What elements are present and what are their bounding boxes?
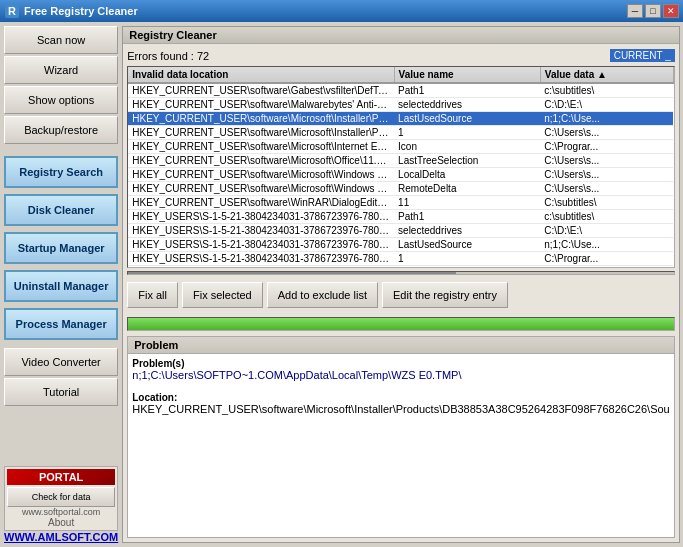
table-row[interactable]: HKEY_CURRENT_USER\software\Malwarebytes'… [128,98,673,112]
minimize-button[interactable]: ─ [627,4,643,18]
problem-panel: Problem Problem(s) n;1;C:\Users\SOFTPO~1… [127,336,674,538]
cell-value-name: Path1 [394,210,540,224]
registry-search-button[interactable]: Registry Search [4,156,118,188]
table-row[interactable]: HKEY_CURRENT_USER\software\WinRAR\Dialog… [128,196,673,210]
cell-value-data: c:\subtitles\ [540,83,673,98]
edit-registry-button[interactable]: Edit the registry entry [382,282,508,308]
cell-value-data: C:\Users\s... [540,182,673,196]
table-row[interactable]: HKEY_CURRENT_USER\software\Microsoft\Int… [128,140,673,154]
current-bar-label: CURRENT _ [610,49,675,62]
cell-value-name: LastTreeSelection [394,154,540,168]
portal-logo: PORTAL [7,469,115,485]
app-icon: R [4,3,20,19]
app-title: Free Registry Cleaner [24,5,627,17]
check-for-data-button[interactable]: Check for data [7,487,115,507]
table-row[interactable]: HKEY_CURRENT_USER\software\Gabest\vsfilt… [128,83,673,98]
cell-value-data: n;1;C:\Use... [540,238,673,252]
cell-location: HKEY_USERS\S-1-5-21-3804234031-378672397… [128,252,394,266]
registry-cleaner-body: Errors found : 72 CURRENT _ Invalid data… [123,44,678,542]
cell-value-name: selecteddrives [394,224,540,238]
table-row[interactable]: HKEY_USERS\S-1-5-21-3804234031-378672397… [128,252,673,266]
cell-value-data: C:\Prograr... [540,252,673,266]
cell-value-name: Icon [394,266,540,269]
show-options-button[interactable]: Show options [4,86,118,114]
cell-value-data: C:\Prograr... [540,266,673,269]
registry-table: Invalid data location Value name Value d… [128,67,673,268]
cell-value-data: C:\Users\s... [540,154,673,168]
startup-manager-button[interactable]: Startup Manager [4,232,118,264]
errors-found-label: Errors found : 72 [127,50,209,62]
cell-value-data: c:\subtitles\ [540,210,673,224]
table-row[interactable]: HKEY_USERS\S-1-5-21-3804234031-378672397… [128,224,673,238]
location-label: Location: [132,392,177,403]
cell-location: HKEY_USERS\S-1-5-21-3804234031-378672397… [128,224,394,238]
fix-selected-button[interactable]: Fix selected [182,282,263,308]
cell-value-data: C:\Prograr... [540,140,673,154]
cell-value-data: C:\Users\s... [540,126,673,140]
amlsoft-section: PORTAL Check for data www.softportal.com… [4,466,118,531]
location-text: HKEY_CURRENT_USER\software\Microsoft\Ins… [132,403,669,415]
problem-title: Problem [128,337,673,354]
about-link[interactable]: About [7,517,115,528]
main-container: Scan now Wizard Show options Backup/rest… [0,22,683,547]
process-manager-button[interactable]: Process Manager [4,308,118,340]
content-area: Registry Cleaner Errors found : 72 CURRE… [122,26,679,543]
progress-bar-container [127,317,674,331]
cell-value-data: C:\subtitles\ [540,196,673,210]
cell-value-data: C:\Users\s... [540,168,673,182]
progress-bar-fill [128,318,673,330]
cell-value-data: C:\D:\E:\ [540,98,673,112]
table-row[interactable]: HKEY_CURRENT_USER\software\Microsoft\Win… [128,168,673,182]
tutorial-button[interactable]: Tutorial [4,378,118,406]
cell-value-data: C:\D:\E:\ [540,224,673,238]
table-row[interactable]: HKEY_USERS\S-1-5-21-3804234031-378672397… [128,266,673,269]
action-buttons: Fix all Fix selected Add to exclude list… [127,278,674,312]
problem-text: n;1;C:\Users\SOFTPO~1.COM\AppData\Local\… [132,369,461,381]
cell-location: HKEY_CURRENT_USER\software\Microsoft\Int… [128,140,394,154]
cell-value-name: Path1 [394,83,540,98]
close-button[interactable]: ✕ [663,4,679,18]
table-row[interactable]: HKEY_USERS\S-1-5-21-3804234031-378672397… [128,238,673,252]
table-row[interactable]: HKEY_CURRENT_USER\software\Microsoft\Win… [128,182,673,196]
wizard-button[interactable]: Wizard [4,56,118,84]
cell-value-name: Icon [394,140,540,154]
backup-restore-button[interactable]: Backup/restore [4,116,118,144]
fix-all-button[interactable]: Fix all [127,282,178,308]
cell-location: HKEY_CURRENT_USER\software\Gabest\vsfilt… [128,83,394,98]
cell-location: HKEY_CURRENT_USER\software\Microsoft\Win… [128,168,394,182]
col-value-data[interactable]: Value data ▲ [540,67,673,83]
cell-value-name: RemoteDelta [394,182,540,196]
registry-cleaner-title: Registry Cleaner [123,27,678,44]
col-value-name[interactable]: Value name [394,67,540,83]
video-converter-button[interactable]: Video Converter [4,348,118,376]
maximize-button[interactable]: □ [645,4,661,18]
cell-location: HKEY_CURRENT_USER\software\Microsoft\Off… [128,154,394,168]
scan-now-button[interactable]: Scan now [4,26,118,54]
cell-location: HKEY_USERS\S-1-5-21-3804234031-378672397… [128,266,394,269]
col-location[interactable]: Invalid data location [128,67,394,83]
table-row[interactable]: HKEY_CURRENT_USER\software\Microsoft\Ins… [128,126,673,140]
cell-value-name: LastUsedSource [394,112,540,126]
uninstall-manager-button[interactable]: Uninstall Manager [4,270,118,302]
registry-table-container[interactable]: Invalid data location Value name Value d… [127,66,674,268]
svg-text:R: R [8,5,16,17]
problem-content: Problem(s) n;1;C:\Users\SOFTPO~1.COM\App… [128,354,673,419]
disk-cleaner-button[interactable]: Disk Cleaner [4,194,118,226]
cell-location: HKEY_CURRENT_USER\software\Microsoft\Ins… [128,126,394,140]
cell-value-name: LocalDelta [394,168,540,182]
cell-value-data: n;1;C:\Use... [540,112,673,126]
registry-cleaner-panel: Registry Cleaner Errors found : 72 CURRE… [122,26,679,543]
table-row[interactable]: HKEY_USERS\S-1-5-21-3804234031-378672397… [128,210,673,224]
cell-value-name: 1 [394,252,540,266]
sidebar: Scan now Wizard Show options Backup/rest… [4,26,118,543]
problem-label: Problem(s) [132,358,184,369]
horizontal-scrollbar[interactable] [127,271,674,275]
cell-location: HKEY_CURRENT_USER\software\Microsoft\Win… [128,182,394,196]
table-row[interactable]: HKEY_CURRENT_USER\software\Microsoft\Ins… [128,112,673,126]
add-to-exclude-button[interactable]: Add to exclude list [267,282,378,308]
title-bar: R Free Registry Cleaner ─ □ ✕ [0,0,683,22]
amlsoft-link[interactable]: WWW.AMLSOFT.COM [4,531,118,543]
cell-location: HKEY_USERS\S-1-5-21-3804234031-378672397… [128,238,394,252]
cell-value-name: 1 [394,126,540,140]
table-row[interactable]: HKEY_CURRENT_USER\software\Microsoft\Off… [128,154,673,168]
